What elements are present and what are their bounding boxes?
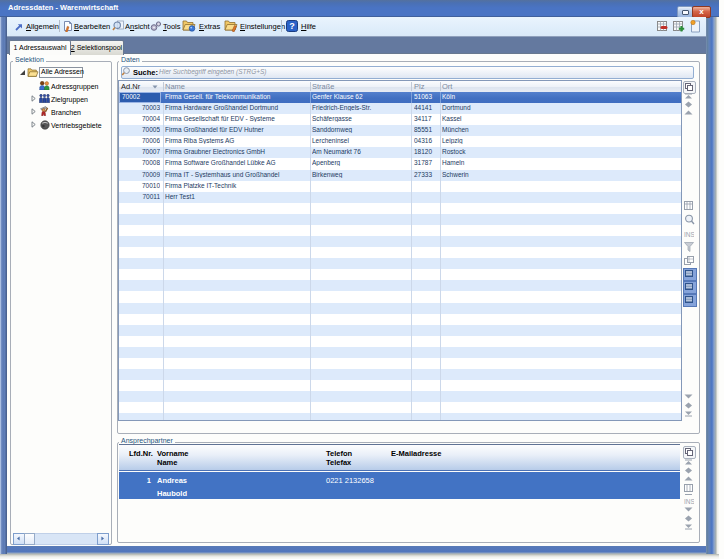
svg-text:INS: INS xyxy=(684,231,694,238)
svg-text:INS: INS xyxy=(684,498,694,505)
svg-text:?: ? xyxy=(289,21,295,31)
